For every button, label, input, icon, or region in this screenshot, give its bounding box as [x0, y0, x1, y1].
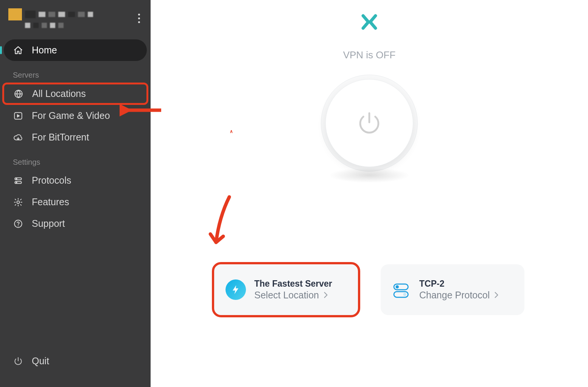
gear-icon [13, 197, 23, 208]
svg-point-5 [16, 182, 17, 183]
server-select-card[interactable]: The Fastest Server Select Location [214, 264, 358, 315]
play-icon [13, 111, 23, 121]
sidebar-item-label: Protocols [32, 175, 71, 186]
protocol-card[interactable]: TCP-2 Change Protocol [381, 264, 524, 315]
sidebar-item-support[interactable]: Support [4, 213, 147, 234]
sidebar-item-quit[interactable]: Quit [4, 350, 147, 372]
brand-logo-blurred [8, 8, 93, 28]
power-icon [356, 109, 383, 137]
sidebar-item-label: Support [32, 218, 65, 229]
nav: Home Servers All Locations For Game & Vi… [0, 36, 151, 234]
annotation-arrow-left [120, 99, 165, 123]
server-card-sub: Select Location [254, 290, 319, 301]
sidebar-item-label: Quit [32, 356, 49, 367]
sidebar-item-features[interactable]: Features [4, 191, 147, 213]
section-label-settings: Settings [4, 148, 147, 170]
sidebar-item-label: For BitTorrent [32, 132, 89, 143]
cloud-download-icon [13, 132, 23, 143]
sidebar-item-bittorrent[interactable]: For BitTorrent [4, 126, 147, 148]
server-card-title: The Fastest Server [254, 279, 347, 289]
servers-icon [13, 175, 23, 186]
power-button-container [321, 75, 418, 172]
sidebar: Home Servers All Locations For Game & Vi… [0, 0, 151, 387]
app-logo-icon [359, 11, 380, 34]
sidebar-header [0, 0, 151, 36]
chevron-right-icon [494, 290, 499, 301]
chevron-right-icon [324, 290, 328, 301]
help-icon [13, 218, 23, 229]
sidebar-item-label: For Game & Video [32, 110, 110, 121]
sidebar-item-label: Features [32, 197, 69, 208]
sidebar-item-label: All Locations [32, 88, 86, 99]
globe-icon [13, 89, 24, 99]
home-icon [13, 45, 23, 56]
section-label-servers: Servers [4, 61, 147, 83]
power-icon [13, 356, 23, 367]
toggle-icon [392, 280, 411, 299]
svg-point-6 [17, 201, 20, 203]
annotation-small-mark: ∧ [230, 129, 233, 134]
sidebar-item-protocols[interactable]: Protocols [4, 170, 147, 191]
bottom-cards: The Fastest Server Select Location [214, 264, 524, 315]
vpn-status-label: VPN is OFF [343, 49, 396, 61]
svg-point-4 [16, 178, 17, 179]
svg-point-12 [403, 293, 407, 296]
sidebar-item-label: Home [32, 45, 57, 56]
connect-power-button[interactable] [325, 79, 413, 167]
protocol-card-title: TCP-2 [419, 279, 513, 289]
lightning-icon [226, 279, 246, 300]
annotation-arrow-down [207, 193, 241, 251]
protocol-card-sub: Change Protocol [419, 290, 490, 301]
svg-point-8 [18, 225, 19, 226]
svg-point-10 [396, 285, 399, 289]
sidebar-item-home[interactable]: Home [4, 39, 147, 61]
more-menu-icon[interactable] [136, 11, 142, 25]
